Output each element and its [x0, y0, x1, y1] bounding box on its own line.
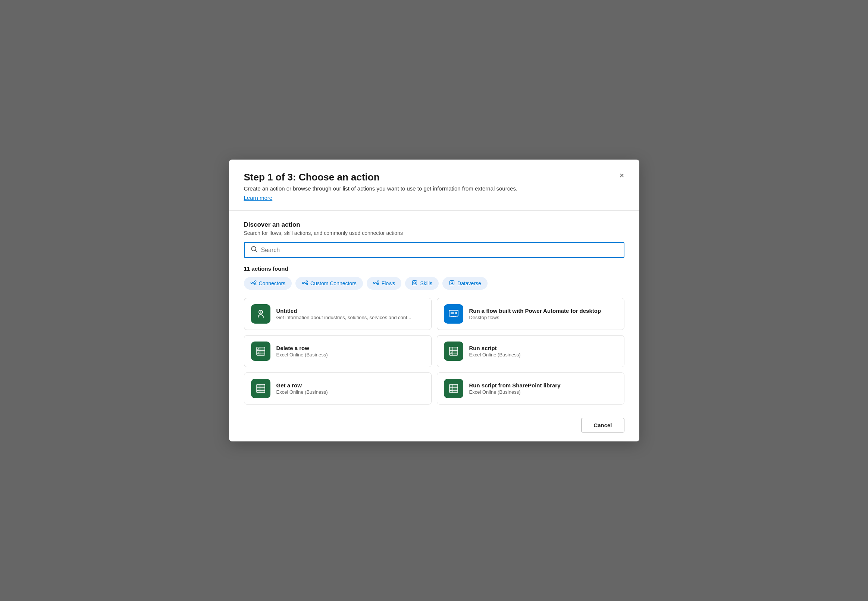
- svg-rect-26: [451, 312, 454, 314]
- discover-subtitle: Search for flows, skill actions, and com…: [244, 230, 624, 236]
- card-run-script-sharepoint-info: Run script from SharePoint library Excel…: [469, 382, 617, 395]
- card-get-row[interactable]: xl Get a row Excel Online (Business): [244, 372, 432, 404]
- svg-point-8: [306, 281, 308, 282]
- skills-chip-icon: [411, 280, 418, 287]
- card-delete-row-title: Delete a row: [277, 345, 425, 351]
- dialog-title: Step 1 of 3: Choose an action: [244, 171, 624, 183]
- svg-text:xl: xl: [257, 389, 259, 392]
- excel-delete-icon: X xl: [251, 342, 270, 361]
- dialog-header: Step 1 of 3: Choose an action Create an …: [229, 160, 639, 211]
- search-icon: [251, 246, 257, 254]
- svg-line-16: [375, 283, 377, 284]
- filter-chips: Connectors Custom Connectors: [244, 277, 624, 290]
- card-delete-row[interactable]: X xl Delete a row Excel Online (Business…: [244, 335, 432, 367]
- dialog: Step 1 of 3: Choose an action Create an …: [229, 160, 639, 441]
- chip-connectors-label: Connectors: [259, 281, 286, 286]
- card-desktop-flows[interactable]: Run a flow built with Power Automate for…: [437, 298, 624, 330]
- dialog-body: Discover an action Search for flows, ski…: [229, 211, 639, 412]
- svg-line-11: [304, 283, 306, 284]
- svg-point-14: [377, 283, 379, 285]
- card-delete-row-info: Delete a row Excel Online (Business): [277, 345, 425, 357]
- svg-point-2: [251, 282, 252, 283]
- chip-skills-label: Skills: [420, 281, 432, 286]
- svg-rect-19: [450, 281, 454, 285]
- card-run-script-sharepoint-title: Run script from SharePoint library: [469, 382, 617, 389]
- flows-chip-icon: [373, 280, 379, 287]
- dialog-footer: Cancel: [229, 412, 639, 441]
- card-run-script-title: Run script: [469, 345, 617, 351]
- svg-point-4: [254, 283, 256, 285]
- chip-dataverse-label: Dataverse: [457, 281, 481, 286]
- excel-sharepoint-icon: xl: [444, 379, 463, 398]
- card-run-script-sharepoint[interactable]: xl Run script from SharePoint library Ex…: [437, 372, 624, 404]
- svg-line-1: [255, 250, 257, 252]
- svg-text:xl: xl: [450, 352, 452, 354]
- chip-skills[interactable]: Skills: [405, 277, 439, 290]
- svg-point-9: [306, 283, 308, 285]
- svg-line-6: [252, 283, 254, 284]
- excel-get-row-icon: xl: [251, 379, 270, 398]
- card-run-script-sub: Excel Online (Business): [469, 352, 617, 357]
- svg-point-20: [451, 282, 453, 284]
- svg-text:xl: xl: [450, 389, 452, 392]
- chip-connectors[interactable]: Connectors: [244, 277, 292, 290]
- chip-custom-connectors[interactable]: Custom Connectors: [295, 277, 363, 290]
- card-run-script[interactable]: xl Run script Excel Online (Business): [437, 335, 624, 367]
- excel-run-script-icon: xl: [444, 342, 463, 361]
- chip-flows[interactable]: Flows: [367, 277, 402, 290]
- close-button[interactable]: ×: [617, 170, 627, 181]
- discover-title: Discover an action: [244, 221, 624, 229]
- connectors-chip-icon: [250, 280, 257, 287]
- card-get-row-sub: Excel Online (Business): [277, 389, 425, 395]
- svg-point-13: [377, 281, 379, 282]
- chip-flows-label: Flows: [382, 281, 396, 286]
- dialog-subtitle: Create an action or browse through our l…: [244, 185, 624, 192]
- card-get-row-title: Get a row: [277, 382, 425, 389]
- svg-point-3: [254, 281, 256, 282]
- svg-line-10: [304, 282, 306, 283]
- dataverse-chip-icon: [449, 280, 455, 287]
- actions-found-label: 11 actions found: [244, 265, 624, 272]
- svg-point-18: [414, 282, 416, 284]
- card-run-script-sharepoint-sub: Excel Online (Business): [469, 389, 617, 395]
- custom-connectors-chip-icon: [302, 280, 308, 287]
- svg-point-7: [302, 282, 304, 283]
- svg-point-22: [260, 311, 261, 313]
- card-untitled-info: Untitled Get information about industrie…: [277, 308, 425, 320]
- card-delete-row-sub: Excel Online (Business): [277, 352, 425, 357]
- svg-point-12: [373, 282, 375, 283]
- svg-text:xl: xl: [257, 352, 259, 354]
- search-input[interactable]: [261, 247, 618, 253]
- learn-more-link[interactable]: Learn more: [244, 195, 273, 201]
- card-run-script-info: Run script Excel Online (Business): [469, 345, 617, 357]
- card-desktop-flows-info: Run a flow built with Power Automate for…: [469, 308, 617, 320]
- cards-grid: Untitled Get information about industrie…: [244, 298, 624, 404]
- untitled-icon: [251, 304, 270, 323]
- card-untitled-sub: Get information about industries, soluti…: [277, 315, 425, 320]
- chip-custom-connectors-label: Custom Connectors: [310, 281, 357, 286]
- card-desktop-flows-title: Run a flow built with Power Automate for…: [469, 308, 617, 314]
- svg-text:X: X: [257, 348, 259, 350]
- svg-line-15: [375, 282, 377, 283]
- search-box: [244, 242, 624, 258]
- svg-line-5: [252, 282, 254, 283]
- svg-rect-17: [413, 281, 417, 285]
- cancel-button[interactable]: Cancel: [581, 418, 624, 432]
- card-desktop-flows-sub: Desktop flows: [469, 315, 617, 320]
- chip-dataverse[interactable]: Dataverse: [442, 277, 487, 290]
- desktop-flows-icon: [444, 304, 463, 323]
- card-untitled[interactable]: Untitled Get information about industrie…: [244, 298, 432, 330]
- card-untitled-title: Untitled: [277, 308, 425, 314]
- card-get-row-info: Get a row Excel Online (Business): [277, 382, 425, 395]
